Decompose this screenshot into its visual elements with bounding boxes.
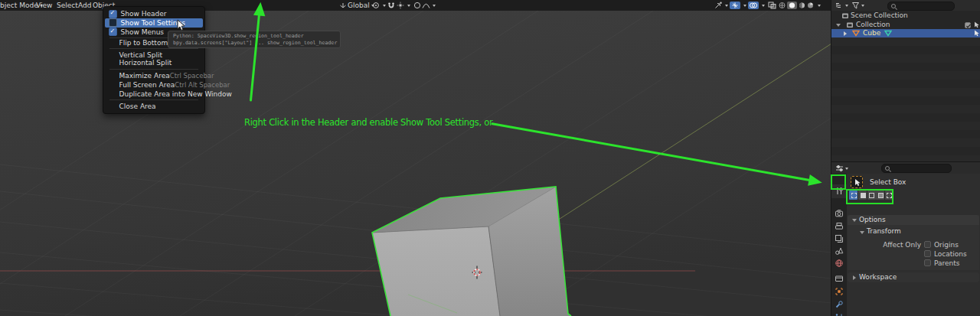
visibility-filter-icon[interactable] xyxy=(714,2,723,9)
tab-object[interactable] xyxy=(835,287,844,296)
filter-icon[interactable] xyxy=(851,2,860,9)
parents-checkbox[interactable] xyxy=(924,259,931,266)
menu-item-vertical-split[interactable]: Vertical Split xyxy=(105,50,203,60)
menu-item-show-header[interactable]: Show Header xyxy=(105,10,203,19)
origins-label: Origins xyxy=(934,241,959,249)
row-label: Scene Collection xyxy=(851,11,908,20)
options-panel-header[interactable]: Options xyxy=(848,215,979,225)
chevron-down-icon[interactable] xyxy=(861,5,864,7)
outliner-panel: Scene Collection Collection Cube xyxy=(831,0,980,161)
search-icon xyxy=(885,166,890,171)
expander-icon[interactable] xyxy=(844,31,847,36)
exclude-checkbox[interactable] xyxy=(965,22,971,28)
menu-item-horizontal-split[interactable]: Horizontal Split xyxy=(105,59,203,68)
menu-separator xyxy=(109,48,198,49)
selectable-icon[interactable] xyxy=(974,21,980,28)
expander-icon[interactable] xyxy=(836,24,841,27)
tab-collection[interactable] xyxy=(835,274,844,283)
properties-tab-strip xyxy=(831,174,847,316)
menu-item-close-area[interactable]: Close Area xyxy=(105,102,203,111)
checkbox-checked-icon xyxy=(109,10,117,18)
chevron-down-icon[interactable] xyxy=(433,5,436,7)
toggle-xray-icon[interactable] xyxy=(768,2,776,9)
chevron-down-icon[interactable] xyxy=(743,5,746,7)
row-label: Collection xyxy=(856,21,890,29)
chevron-down-icon[interactable] xyxy=(845,5,848,7)
collection-icon xyxy=(846,21,854,28)
menu-item-duplicate-area[interactable]: Duplicate Area into New Window xyxy=(105,90,203,99)
menu-item-maximize-area[interactable]: Maximize Area Ctrl Spacebar xyxy=(105,71,203,80)
falloff-curve-icon[interactable] xyxy=(422,2,430,9)
menu-select[interactable]: Select xyxy=(57,0,78,11)
menu-item-show-tool-settings[interactable]: Show Tool Settings xyxy=(105,18,203,28)
origins-checkbox[interactable] xyxy=(924,241,931,248)
shading-wireframe-button[interactable] xyxy=(779,2,786,9)
chevron-down-icon[interactable] xyxy=(383,5,386,7)
mesh-object-icon xyxy=(852,30,860,37)
properties-panel: Select Box Options Transform Affect Onl xyxy=(831,162,980,316)
outliner-row-collection[interactable]: Collection xyxy=(831,21,980,29)
menu-item-full-screen-area[interactable]: Full Screen Area Ctrl Alt Spacebar xyxy=(105,80,203,90)
chevron-down-icon[interactable] xyxy=(762,5,765,7)
tab-scene[interactable] xyxy=(835,246,844,256)
outliner-search-input[interactable] xyxy=(887,2,955,11)
options-panel: Options Transform Affect Only Origins Lo… xyxy=(848,215,979,270)
properties-header xyxy=(831,162,980,174)
editor-type-icon[interactable] xyxy=(835,2,844,9)
tooltip-line2: bpy.data.screens["Layout"] ... show_regi… xyxy=(173,40,340,47)
tool-name-label: Select Box xyxy=(870,178,906,187)
tab-output[interactable] xyxy=(835,222,844,231)
chevron-down-icon[interactable] xyxy=(818,5,821,7)
locations-checkbox[interactable] xyxy=(924,250,931,257)
outliner-empty-rows xyxy=(831,37,980,161)
properties-search-input[interactable] xyxy=(881,164,952,173)
annotation-box-tool-tab xyxy=(831,174,846,190)
checkbox-unchecked-icon xyxy=(109,18,117,27)
editor-divider[interactable] xyxy=(831,0,831,316)
shading-material-button[interactable] xyxy=(799,2,805,9)
editor-type-icon[interactable] xyxy=(835,165,844,172)
menu-separator xyxy=(109,99,198,100)
shading-solid-button[interactable] xyxy=(787,2,797,9)
active-tool-button[interactable] xyxy=(851,176,863,188)
menu-separator xyxy=(109,69,198,70)
parents-label: Parents xyxy=(934,259,960,268)
snap-magnet-icon[interactable] xyxy=(387,2,395,9)
proportional-editing-icon[interactable] xyxy=(413,2,421,9)
workspace-label: Workspace xyxy=(859,273,897,282)
tab-world[interactable] xyxy=(835,259,844,268)
search-icon xyxy=(891,4,896,8)
annotation-text: Right Click in the Header and enable Sho… xyxy=(244,117,492,128)
show-overlays-toggle[interactable] xyxy=(748,2,759,9)
shading-rendered-button[interactable] xyxy=(807,2,814,9)
tab-view-layer[interactable] xyxy=(835,234,844,243)
tooltip-line1: Python: SpaceView3D.show_region_tool_hea… xyxy=(173,33,340,40)
workspace-panel[interactable]: Workspace xyxy=(848,272,979,282)
transform-orientation-icon xyxy=(339,2,347,9)
tab-render[interactable] xyxy=(835,209,844,218)
affect-only-label: Affect Only xyxy=(848,241,921,249)
orientation-dropdown[interactable]: Global xyxy=(348,0,374,11)
header-context-menu: Show Header Show Tool Settings Show Menu… xyxy=(103,6,205,114)
pivot-point-icon[interactable] xyxy=(372,2,381,9)
chevron-down-icon[interactable] xyxy=(845,168,848,170)
editor-divider[interactable] xyxy=(831,161,980,162)
tab-particles[interactable] xyxy=(835,312,844,316)
menu-add[interactable]: Add xyxy=(78,0,91,11)
outliner-row-scene-collection[interactable]: Scene Collection xyxy=(831,11,980,20)
show-gizmo-toggle[interactable] xyxy=(730,2,740,9)
chevron-down-icon[interactable] xyxy=(725,5,728,7)
annotation-box-mode-buttons xyxy=(846,189,893,204)
options-label: Options xyxy=(859,215,886,225)
row-label: Cube xyxy=(863,29,880,37)
menu-view[interactable]: View xyxy=(36,0,52,11)
python-tooltip: Python: SpaceView3D.show_region_tool_hea… xyxy=(168,31,341,48)
chevron-down-icon[interactable] xyxy=(407,5,410,7)
transform-label: Transform xyxy=(867,227,901,236)
tab-modifiers[interactable] xyxy=(835,300,844,309)
outliner-header xyxy=(831,0,980,11)
snap-target-icon[interactable] xyxy=(397,2,404,9)
outliner-row-cube[interactable]: Cube xyxy=(831,29,980,37)
selectable-icon[interactable] xyxy=(974,30,980,37)
locations-label: Locations xyxy=(934,250,967,259)
